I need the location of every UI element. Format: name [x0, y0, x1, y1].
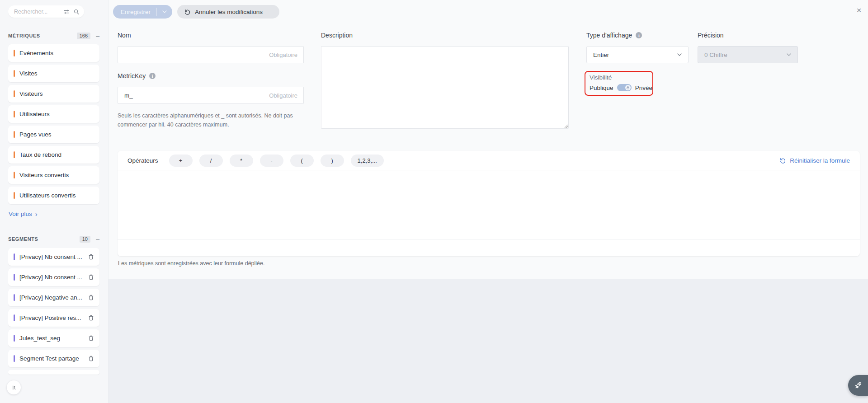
metric-accent-bar	[14, 172, 15, 178]
metric-item[interactable]: Evénements	[8, 44, 99, 62]
metric-accent-bar	[14, 151, 15, 158]
visibility-toggle[interactable]	[617, 84, 632, 91]
reset-formula-label: Réinitialiser la formule	[790, 157, 850, 164]
save-button[interactable]: Enregistrer	[113, 5, 172, 19]
segments-section-header: SEGMENTS 10 –	[8, 235, 99, 243]
segment-item-label: [Privacy] Positive res...	[19, 314, 88, 321]
segment-item[interactable]: [Privacy] Negative an...	[8, 289, 99, 306]
metric-item-label: Taux de rebond	[19, 151, 99, 158]
operator-multiply-button[interactable]: *	[230, 155, 253, 167]
name-input[interactable]	[118, 46, 304, 63]
chevron-down-icon	[787, 53, 791, 56]
segment-item[interactable]: [Privacy] Nb consent ...	[8, 268, 99, 286]
trash-icon[interactable]	[88, 294, 94, 301]
metric-accent-bar	[14, 192, 15, 199]
metric-accent-bar	[14, 90, 15, 97]
trash-icon[interactable]	[88, 355, 94, 362]
segments-section-title: SEGMENTS	[8, 236, 38, 242]
metric-item-label: Visites	[19, 70, 99, 77]
metric-item-label: Utilisateurs	[19, 111, 99, 117]
operator-close-paren-button[interactable]: )	[321, 155, 344, 167]
see-more-label: Voir plus	[9, 211, 32, 217]
metric-item[interactable]: Visiteurs	[8, 85, 99, 103]
metric-item[interactable]: Visiteurs convertis	[8, 166, 99, 184]
metrics-section-header: MÉTRIQUES 166 –	[8, 32, 99, 40]
search-icon[interactable]	[73, 9, 80, 15]
metric-item[interactable]: Taux de rebond	[8, 146, 99, 164]
search-input[interactable]	[14, 9, 60, 15]
metrics-count-badge: 166	[77, 33, 90, 39]
filter-sliders-icon[interactable]	[63, 9, 70, 15]
metric-accent-bar	[14, 70, 15, 77]
segment-item-partial	[8, 370, 99, 375]
metric-item[interactable]: Pages vues	[8, 126, 99, 143]
precision-label: Précision	[698, 32, 724, 39]
trash-icon[interactable]	[88, 314, 94, 321]
metric-item[interactable]: Utilisateurs	[8, 105, 99, 123]
close-icon[interactable]: ×	[854, 5, 864, 16]
description-textarea[interactable]	[321, 46, 569, 129]
metric-key-input[interactable]	[118, 87, 304, 104]
visibility-label: Visibilité	[590, 74, 652, 81]
toggle-knob	[625, 85, 631, 90]
metric-item-label: Evénements	[19, 50, 99, 56]
metrics-collapse-button[interactable]: –	[90, 33, 99, 39]
segment-item-label: Jules_test_seg	[19, 335, 88, 342]
name-label: Nom	[118, 32, 131, 39]
trash-icon[interactable]	[88, 274, 94, 281]
metric-accent-bar	[14, 131, 15, 138]
metrics-section-title: MÉTRIQUES	[8, 33, 40, 38]
undo-changes-button[interactable]: Annuler les modifications	[177, 5, 279, 19]
operator-divide-button[interactable]: /	[199, 155, 223, 167]
operator-plus-button[interactable]: +	[169, 155, 193, 167]
sidebar-search	[8, 5, 84, 18]
operators-label: Opérateurs	[127, 157, 158, 164]
chevron-right-icon: ›	[35, 211, 38, 217]
rocket-icon	[853, 380, 863, 390]
visibility-control: Publique Privée	[590, 84, 652, 91]
display-type-label-text: Type d'affichage	[586, 32, 632, 39]
segment-item-label: Segment Test partage	[19, 355, 88, 362]
metric-item[interactable]: Visites	[8, 65, 99, 82]
metric-accent-bar	[14, 111, 15, 117]
name-field-wrap: Obligatoire	[118, 46, 304, 63]
save-button-label: Enregistrer	[121, 9, 151, 15]
segment-accent-bar	[14, 253, 15, 260]
trash-icon[interactable]	[88, 335, 94, 342]
trash-icon[interactable]	[88, 253, 94, 260]
lock-icon	[626, 86, 630, 89]
operator-open-paren-button[interactable]: (	[290, 155, 314, 167]
sidebar: MÉTRIQUES 166 – Evénements Visites Visit…	[0, 0, 108, 403]
metric-key-label-text: MetricKey	[118, 72, 146, 80]
segment-item[interactable]: [Privacy] Positive res...	[8, 309, 99, 327]
collapse-sidebar-button[interactable]	[7, 380, 21, 394]
segment-item[interactable]: Segment Test partage	[8, 350, 99, 367]
info-icon[interactable]	[636, 32, 642, 38]
operator-minus-button[interactable]: -	[260, 155, 283, 167]
description-label-text: Description	[321, 32, 353, 39]
segment-item[interactable]: Jules_test_seg	[8, 329, 99, 347]
launcher-button[interactable]	[848, 375, 868, 396]
save-dropdown-chevron-icon[interactable]	[157, 10, 172, 13]
reset-formula-link[interactable]: Réinitialiser la formule	[779, 157, 850, 164]
description-label: Description	[321, 32, 353, 39]
reset-icon	[779, 157, 786, 164]
see-more-link[interactable]: Voir plus ›	[9, 211, 38, 217]
segment-item-label: [Privacy] Nb consent ...	[19, 274, 88, 281]
metric-item-label: Utilisateurs convertis	[19, 192, 99, 199]
name-label-text: Nom	[118, 32, 131, 39]
metric-item-label: Visiteurs convertis	[19, 172, 99, 178]
formula-footer-row[interactable]	[118, 239, 860, 255]
chevron-down-icon	[677, 53, 682, 56]
metric-item[interactable]: Utilisateurs convertis	[8, 187, 99, 204]
segment-accent-bar	[14, 335, 15, 342]
operator-number-button[interactable]: 1,2,3,...	[351, 155, 384, 167]
segment-accent-bar	[14, 314, 15, 321]
segments-collapse-button[interactable]: –	[90, 236, 99, 242]
visibility-private-label: Privée	[635, 84, 652, 91]
display-type-select[interactable]: Entier	[586, 46, 689, 63]
formula-canvas[interactable]	[118, 170, 860, 239]
info-icon[interactable]	[149, 73, 156, 79]
segment-item[interactable]: [Privacy] Nb consent ...	[8, 248, 99, 266]
segment-accent-bar	[14, 294, 15, 301]
